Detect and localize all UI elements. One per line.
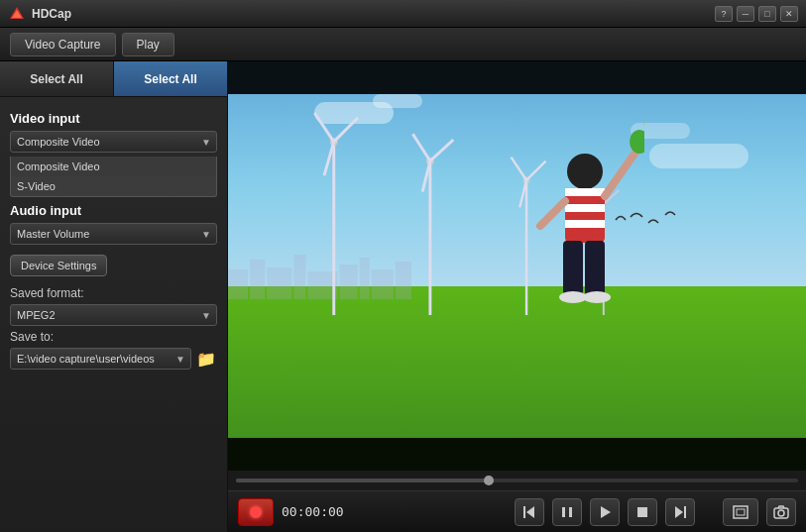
- svg-marker-50: [601, 506, 611, 518]
- maximize-button[interactable]: □: [758, 6, 776, 22]
- video-input-list: Composite Video S-Video: [10, 157, 217, 197]
- svg-line-15: [324, 142, 334, 175]
- skip-back-icon: [522, 505, 536, 519]
- titlebar-left: HDCap: [8, 5, 71, 23]
- stop-button[interactable]: [628, 498, 657, 526]
- svg-rect-34: [565, 204, 605, 212]
- svg-point-38: [559, 291, 587, 303]
- saved-format-dropdown-wrap: MPEG2 AVI MP4 ▼: [10, 304, 217, 326]
- play-button[interactable]: Play: [122, 33, 174, 56]
- svg-point-42: [630, 130, 644, 154]
- record-button[interactable]: [238, 498, 274, 526]
- svg-line-14: [334, 118, 358, 142]
- app-logo: [8, 5, 26, 23]
- close-button[interactable]: ✕: [780, 6, 798, 22]
- settings-area: Video input Composite Video S-Video ▼ Co…: [0, 97, 227, 532]
- audio-input-select[interactable]: Master Volume: [10, 223, 217, 245]
- camera-icon: [773, 505, 789, 519]
- svg-rect-35: [565, 220, 605, 228]
- video-capture-button[interactable]: Video Capture: [10, 33, 116, 56]
- skip-forward-button[interactable]: [665, 498, 695, 526]
- titlebar-controls: ? ─ □ ✕: [715, 6, 798, 22]
- svg-marker-47: [526, 506, 534, 518]
- select-all-right-button[interactable]: Select AlI: [114, 61, 227, 96]
- video-input-select[interactable]: Composite Video S-Video: [10, 131, 217, 153]
- svg-rect-46: [523, 506, 525, 518]
- svg-rect-55: [737, 509, 745, 515]
- progress-area[interactable]: [228, 471, 806, 490]
- svg-rect-49: [569, 507, 572, 517]
- svg-line-19: [430, 140, 453, 160]
- video-display: [228, 61, 806, 471]
- svg-rect-51: [637, 507, 647, 517]
- video-input-title: Video input: [10, 111, 217, 126]
- video-input-option-svideo[interactable]: S-Video: [11, 176, 216, 196]
- save-to-input-wrap: E:\video capture\user\videos ▼: [10, 348, 191, 370]
- svg-point-44: [642, 119, 644, 131]
- select-row: Select All Select AlI: [0, 61, 227, 97]
- svg-line-18: [413, 134, 430, 160]
- left-panel: Select All Select AlI Video input Compos…: [0, 61, 228, 532]
- fullscreen-icon: [733, 505, 748, 519]
- select-all-left-button[interactable]: Select All: [0, 61, 114, 96]
- main-content: Select All Select AlI Video input Compos…: [0, 61, 806, 532]
- app-title: HDCap: [32, 7, 71, 21]
- svg-point-57: [778, 510, 784, 516]
- letterbox-top: [228, 61, 806, 94]
- svg-rect-33: [565, 188, 605, 196]
- save-to-row: E:\video capture\user\videos ▼ 📁: [10, 348, 217, 370]
- video-input-dropdown-wrap: Composite Video S-Video ▼: [10, 131, 217, 153]
- record-dot-icon: [250, 506, 262, 518]
- svg-line-41: [540, 201, 565, 226]
- skip-back-button[interactable]: [515, 498, 544, 526]
- svg-line-40: [605, 147, 639, 196]
- stop-icon: [635, 505, 649, 519]
- svg-point-31: [567, 154, 603, 189]
- minimize-button[interactable]: ─: [737, 6, 754, 22]
- skip-forward-icon: [673, 505, 687, 519]
- svg-line-13: [314, 113, 333, 142]
- progress-thumb[interactable]: [484, 476, 494, 485]
- play-ctrl-button[interactable]: [590, 498, 620, 526]
- timecode-display: 00:00:00: [282, 504, 351, 519]
- video-frame: [228, 61, 806, 471]
- svg-marker-53: [675, 506, 683, 518]
- svg-point-39: [583, 291, 611, 303]
- birds: [611, 205, 690, 235]
- audio-input-title: Audio input: [10, 203, 217, 218]
- right-panel: 00:00:00: [228, 61, 806, 532]
- snapshot-button[interactable]: [766, 498, 796, 526]
- device-settings-button[interactable]: Device Settings: [10, 255, 107, 276]
- titlebar: HDCap ? ─ □ ✕: [0, 0, 806, 28]
- save-to-label: Save to:: [10, 330, 217, 344]
- progress-bar-fill: [236, 479, 489, 482]
- save-to-select[interactable]: E:\video capture\user\videos: [10, 348, 191, 370]
- svg-rect-2: [228, 269, 248, 299]
- letterbox-bottom: [228, 438, 806, 471]
- saved-format-select[interactable]: MPEG2 AVI MP4: [10, 304, 217, 326]
- browse-folder-button[interactable]: 📁: [195, 348, 217, 370]
- play-icon: [598, 505, 612, 519]
- svg-rect-32: [565, 188, 605, 243]
- video-input-option-composite[interactable]: Composite Video: [11, 157, 216, 176]
- audio-input-dropdown-wrap: Master Volume ▼: [10, 223, 217, 245]
- svg-rect-52: [684, 506, 686, 518]
- pause-icon: [560, 505, 574, 519]
- svg-rect-36: [563, 241, 583, 295]
- help-button[interactable]: ?: [715, 6, 733, 22]
- progress-bar-track[interactable]: [236, 479, 798, 482]
- saved-format-label: Saved format:: [10, 286, 217, 300]
- svg-rect-48: [562, 507, 565, 517]
- controls-bar: 00:00:00: [228, 490, 806, 532]
- svg-rect-37: [585, 241, 605, 295]
- pause-button[interactable]: [552, 498, 582, 526]
- svg-rect-54: [734, 506, 748, 518]
- fullscreen-button[interactable]: [723, 498, 758, 526]
- toolbar: Video Capture Play: [0, 28, 806, 61]
